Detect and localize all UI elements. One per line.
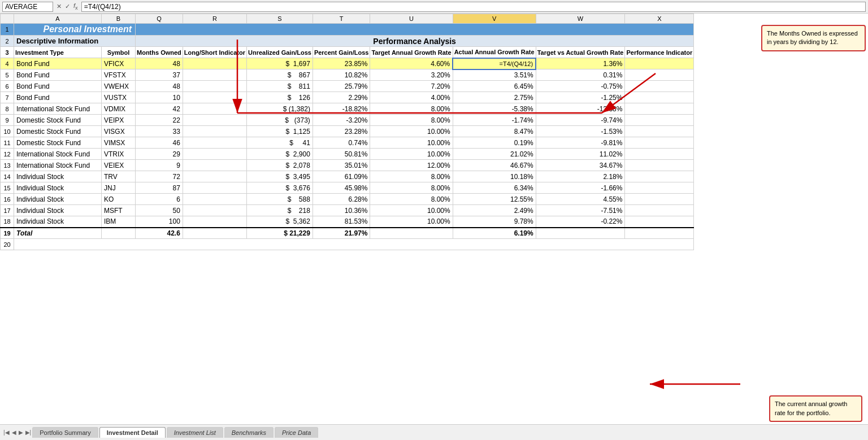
col-header-t[interactable]: T — [313, 14, 370, 24]
tab-nav-next[interactable]: ▶ — [18, 429, 24, 435]
cell-type-11[interactable]: Domestic Stock Fund — [14, 137, 102, 149]
col-header-u[interactable]: U — [370, 14, 453, 24]
cell-targetannual-8[interactable]: 8.00% — [370, 103, 453, 115]
cell-perfindicator-17[interactable] — [625, 205, 694, 216]
cell-months-17[interactable]: 50 — [136, 205, 183, 216]
cell-actualannual-17[interactable]: 2.49% — [453, 205, 536, 216]
cell-type-12[interactable]: International Stock Fund — [14, 149, 102, 160]
cell-percentgl-18[interactable]: 81.53% — [313, 216, 370, 228]
cell-perfindicator-14[interactable] — [625, 171, 694, 182]
cell-targetvsactual-7[interactable]: -1.25% — [536, 92, 625, 103]
cell-unrealized-17[interactable]: $ 218 — [247, 205, 313, 216]
cell-months-10[interactable]: 33 — [136, 126, 183, 137]
cell-percentgl-13[interactable]: 35.01% — [313, 160, 370, 171]
col-header-x[interactable]: X — [625, 14, 694, 24]
cell-actualannual-15[interactable]: 6.34% — [453, 182, 536, 194]
tab-portfolio-summary[interactable]: Portfolio Summary — [32, 427, 98, 438]
col-header-q[interactable]: Q — [136, 14, 183, 24]
cell-perfindicator-10[interactable] — [625, 126, 694, 137]
cell-targetvsactual-11[interactable]: -9.81% — [536, 137, 625, 149]
cell-perfindicator-12[interactable] — [625, 149, 694, 160]
cell-longshort-9[interactable] — [183, 115, 246, 126]
cell-symbol-6[interactable]: VWEHX — [102, 81, 136, 92]
cell-months-18[interactable]: 100 — [136, 216, 183, 228]
tab-nav-first[interactable]: |◀ — [2, 429, 11, 435]
table-row[interactable]: 18 Individual Stock IBM 100 $ 5,362 81.5… — [1, 216, 694, 228]
cell-actualannual-6[interactable]: 6.45% — [453, 81, 536, 92]
cell-percentgl-6[interactable]: 25.79% — [313, 81, 370, 92]
cell-unrealized-15[interactable]: $ 3,676 — [247, 182, 313, 194]
cell-unrealized-9[interactable]: $ (373) — [247, 115, 313, 126]
cell-percentgl-8[interactable]: -18.82% — [313, 103, 370, 115]
formula-input[interactable] — [81, 2, 866, 12]
cell-targetvsactual-12[interactable]: 11.02% — [536, 149, 625, 160]
cell-targetvsactual-4[interactable]: 1.36% — [536, 58, 625, 69]
cell-type-10[interactable]: Domestic Stock Fund — [14, 126, 102, 137]
cell-months-8[interactable]: 42 — [136, 103, 183, 115]
cell-name-box[interactable] — [2, 2, 53, 12]
cell-perfindicator-13[interactable] — [625, 160, 694, 171]
cell-symbol-4[interactable]: VFICX — [102, 58, 136, 69]
cell-targetvsactual-14[interactable]: 2.18% — [536, 171, 625, 182]
cell-symbol-9[interactable]: VEIPX — [102, 115, 136, 126]
cell-symbol-18[interactable]: IBM — [102, 216, 136, 228]
cell-unrealized-14[interactable]: $ 3,495 — [247, 171, 313, 182]
cell-months-7[interactable]: 10 — [136, 92, 183, 103]
cell-targetvsactual-9[interactable]: -9.74% — [536, 115, 625, 126]
cell-longshort-5[interactable] — [183, 69, 246, 81]
cell-targetvsactual-5[interactable]: 0.31% — [536, 69, 625, 81]
cell-percentgl-7[interactable]: 2.29% — [313, 92, 370, 103]
cell-targetannual-11[interactable]: 10.00% — [370, 137, 453, 149]
tab-benchmarks[interactable]: Benchmarks — [224, 427, 274, 438]
cell-longshort-12[interactable] — [183, 149, 246, 160]
cell-percentgl-11[interactable]: 0.74% — [313, 137, 370, 149]
tab-nav-prev[interactable]: ◀ — [11, 429, 18, 435]
cell-months-5[interactable]: 37 — [136, 69, 183, 81]
cell-perfindicator-15[interactable] — [625, 182, 694, 194]
cell-targetannual-18[interactable]: 10.00% — [370, 216, 453, 228]
cell-symbol-10[interactable]: VISGX — [102, 126, 136, 137]
cell-targetvsactual-17[interactable]: -7.51% — [536, 205, 625, 216]
cell-months-6[interactable]: 48 — [136, 81, 183, 92]
cell-percentgl-4[interactable]: 23.85% — [313, 58, 370, 69]
cell-type-9[interactable]: Domestic Stock Fund — [14, 115, 102, 126]
cell-perfindicator-6[interactable] — [625, 81, 694, 92]
cell-actualannual-5[interactable]: 3.51% — [453, 69, 536, 81]
cell-months-16[interactable]: 6 — [136, 194, 183, 205]
cell-unrealized-8[interactable]: $ (1,382) — [247, 103, 313, 115]
col-header-w[interactable]: W — [536, 14, 625, 24]
cell-type-18[interactable]: Individual Stock — [14, 216, 102, 228]
table-row[interactable]: 16 Individual Stock KO 6 $ 588 6.28% 8.0… — [1, 194, 694, 205]
cell-type-17[interactable]: Individual Stock — [14, 205, 102, 216]
table-row[interactable]: 5 Bond Fund VFSTX 37 $ 867 10.82% 3.20% … — [1, 69, 694, 81]
table-row[interactable]: 11 Domestic Stock Fund VIMSX 46 $ 41 0.7… — [1, 137, 694, 149]
cell-perfindicator-16[interactable] — [625, 194, 694, 205]
cell-targetvsactual-6[interactable]: -0.75% — [536, 81, 625, 92]
cell-longshort-7[interactable] — [183, 92, 246, 103]
cell-actualannual-12[interactable]: 21.02% — [453, 149, 536, 160]
cell-percentgl-15[interactable]: 45.98% — [313, 182, 370, 194]
cell-unrealized-6[interactable]: $ 811 — [247, 81, 313, 92]
cell-symbol-5[interactable]: VFSTX — [102, 69, 136, 81]
confirm-btn[interactable]: ✓ — [64, 3, 71, 10]
table-row[interactable]: 17 Individual Stock MSFT 50 $ 218 10.36%… — [1, 205, 694, 216]
col-header-r[interactable]: R — [183, 14, 246, 24]
cell-targetannual-16[interactable]: 8.00% — [370, 194, 453, 205]
cell-months-15[interactable]: 87 — [136, 182, 183, 194]
cell-unrealized-13[interactable]: $ 2,078 — [247, 160, 313, 171]
cell-targetvsactual-15[interactable]: -1.66% — [536, 182, 625, 194]
cell-targetannual-17[interactable]: 10.00% — [370, 205, 453, 216]
table-row[interactable]: 6 Bond Fund VWEHX 48 $ 811 25.79% 7.20% … — [1, 81, 694, 92]
cell-targetvsactual-18[interactable]: -0.22% — [536, 216, 625, 228]
cell-targetannual-13[interactable]: 12.00% — [370, 160, 453, 171]
cell-targetannual-12[interactable]: 10.00% — [370, 149, 453, 160]
cell-perfindicator-4[interactable] — [625, 58, 694, 69]
table-row[interactable]: 8 International Stock Fund VDMIX 42 $ (1… — [1, 103, 694, 115]
cell-symbol-17[interactable]: MSFT — [102, 205, 136, 216]
cell-perfindicator-5[interactable] — [625, 69, 694, 81]
cell-perfindicator-18[interactable] — [625, 216, 694, 228]
cell-targetannual-14[interactable]: 8.00% — [370, 171, 453, 182]
cell-targetannual-15[interactable]: 8.00% — [370, 182, 453, 194]
cell-unrealized-12[interactable]: $ 2,900 — [247, 149, 313, 160]
cell-months-12[interactable]: 29 — [136, 149, 183, 160]
